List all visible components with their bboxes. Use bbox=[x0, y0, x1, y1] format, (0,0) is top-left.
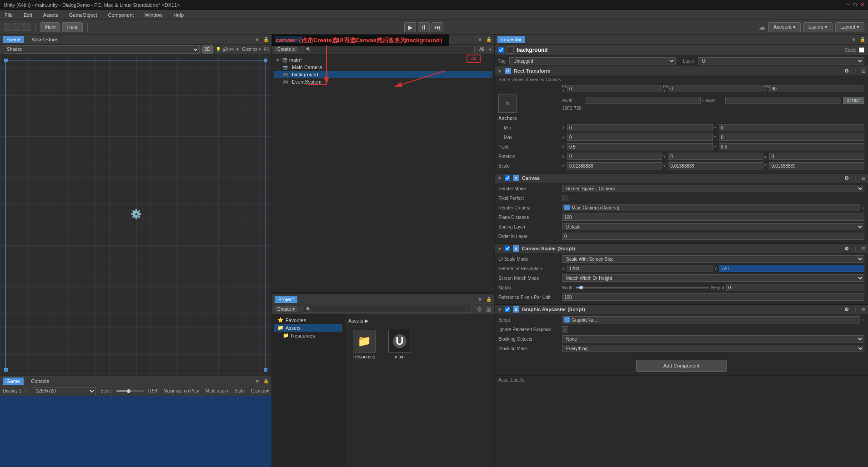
canvas-section-header[interactable]: ▼ C Canvas ⚙ ⋮ ⊟ bbox=[495, 174, 868, 183]
project-view-icon[interactable]: ⊞ bbox=[486, 306, 492, 313]
inspector-lock-icon[interactable]: 🔒 bbox=[860, 37, 865, 42]
close-btn[interactable]: ✕ bbox=[860, 2, 864, 8]
asset-main[interactable]: U main bbox=[384, 330, 416, 359]
folder-favorites[interactable]: ⭐ Favorites bbox=[274, 316, 342, 324]
layer-dropdown[interactable]: UI bbox=[698, 57, 864, 65]
canvas-enable-checkbox[interactable] bbox=[505, 175, 510, 181]
sorting-layer-dropdown[interactable]: Default bbox=[562, 223, 864, 230]
rect-transform-header[interactable]: ▼ ⊡ Rect Transform ⚙ ⋮ ⊟ bbox=[495, 66, 868, 75]
folder-resources[interactable]: 📁 Resources bbox=[274, 332, 342, 339]
hierarchy-collapse-btn[interactable]: ▾ bbox=[478, 36, 482, 43]
ref-res-y-input[interactable] bbox=[719, 265, 864, 272]
project-collapse-btn[interactable]: ▾ bbox=[478, 296, 482, 303]
blocking-objects-dropdown[interactable]: None bbox=[562, 335, 864, 343]
hierarchy-create-btn[interactable]: Create ▾ bbox=[275, 46, 297, 52]
scaler-enable-checkbox[interactable] bbox=[505, 246, 510, 251]
scene-view[interactable]: ⚙️ bbox=[0, 55, 271, 376]
screen-match-mode-dropdown[interactable]: Match Width Or Height bbox=[562, 274, 864, 282]
ui-scale-mode-dropdown[interactable]: Scale With Screen Size bbox=[562, 255, 864, 263]
object-enable-checkbox[interactable] bbox=[498, 47, 504, 53]
hier-item-maincamera[interactable]: 📷 Main Camera bbox=[274, 64, 492, 71]
width-input[interactable] bbox=[585, 97, 701, 104]
shaded-dropdown[interactable]: Shaded bbox=[3, 45, 200, 54]
raycaster-enable-checkbox[interactable] bbox=[505, 307, 510, 312]
static-checkbox[interactable] bbox=[859, 47, 864, 53]
menu-help[interactable]: Help bbox=[171, 11, 186, 19]
pivot-y[interactable] bbox=[719, 143, 865, 150]
pivot-button[interactable]: Pivot bbox=[40, 22, 60, 32]
hierarchy-search-bar[interactable]: 🔍 bbox=[304, 46, 475, 53]
raycaster-gear-icon[interactable]: ⚙ bbox=[844, 307, 849, 313]
scaler-expand-icon[interactable]: ⊟ bbox=[862, 246, 865, 251]
match-slider-handle[interactable] bbox=[579, 286, 583, 289]
rot-y[interactable] bbox=[668, 153, 763, 160]
rect-gear-icon[interactable]: ⚙ bbox=[844, 68, 849, 74]
rect-expand-icon[interactable]: ⊟ bbox=[862, 69, 865, 74]
anchor-widget[interactable]: ⊡ bbox=[498, 94, 517, 113]
tag-dropdown[interactable]: Untagged bbox=[509, 57, 676, 65]
pivot-x[interactable] bbox=[567, 143, 713, 150]
local-button[interactable]: Local bbox=[62, 22, 82, 32]
tab-console[interactable]: Console bbox=[27, 378, 53, 385]
maximize-btn[interactable]: □ bbox=[853, 2, 857, 8]
graphic-raycaster-header[interactable]: ▼ G Graphic Raycaster (Script) ⚙ ⋮ ⊟ bbox=[495, 305, 868, 314]
minimize-btn[interactable]: ─ bbox=[847, 2, 850, 8]
rect-menu-icon[interactable]: ⋮ bbox=[853, 69, 858, 74]
menu-component[interactable]: Component bbox=[105, 11, 136, 19]
plane-distance-input[interactable] bbox=[562, 214, 864, 221]
pixel-perfect-checkbox[interactable] bbox=[562, 195, 568, 201]
script-ref[interactable]: GraphicRa... bbox=[562, 316, 860, 323]
render-camera-ref[interactable]: Main Camera (Camera) bbox=[562, 204, 860, 211]
game-view[interactable] bbox=[0, 396, 271, 467]
anchor-max-x[interactable] bbox=[567, 134, 713, 141]
ref-pixels-input[interactable] bbox=[562, 293, 864, 301]
tab-hierarchy[interactable]: Hierarchy bbox=[275, 36, 303, 43]
hier-item-eventsystem[interactable]: 🎮 EventSystem bbox=[274, 78, 492, 85]
scale-slider-handle[interactable] bbox=[127, 389, 130, 393]
project-create-btn[interactable]: Create ▾ bbox=[275, 306, 297, 312]
scale-slider[interactable] bbox=[116, 390, 144, 392]
raycaster-expand-icon[interactable]: ⊟ bbox=[862, 307, 865, 312]
anchor-max-y[interactable] bbox=[719, 134, 865, 141]
hierarchy-lock-icon[interactable]: 🔒 bbox=[486, 37, 492, 42]
canvas-gear-icon[interactable]: ⚙ bbox=[844, 175, 849, 181]
inspector-collapse-btn[interactable]: ▾ bbox=[852, 36, 855, 43]
tab-inspector[interactable]: Inspector bbox=[497, 36, 525, 43]
height-input[interactable] bbox=[725, 97, 841, 104]
handle-br[interactable] bbox=[264, 368, 267, 372]
menu-file[interactable]: File bbox=[2, 11, 15, 19]
camera-ref-btn[interactable]: ○ bbox=[861, 204, 864, 211]
asset-resources[interactable]: 📁 Resources bbox=[348, 330, 380, 359]
scale-z[interactable] bbox=[769, 162, 864, 169]
raycaster-menu-icon[interactable]: ⋮ bbox=[853, 307, 858, 312]
menu-edit[interactable]: Edit bbox=[21, 11, 35, 19]
canvas-scaler-header[interactable]: ▼ S Canvas Scaler (Script) ⚙ ⋮ ⊟ bbox=[495, 244, 868, 253]
scene-lock-icon[interactable]: 🔒 bbox=[263, 37, 269, 42]
hierarchy-collapse-icon[interactable]: ▾ bbox=[489, 46, 492, 53]
folder-assets[interactable]: 📁 Assets bbox=[274, 324, 342, 332]
menu-gameobject[interactable]: GameObject bbox=[66, 11, 100, 19]
anchor-min-x[interactable] bbox=[567, 124, 713, 131]
menu-assets[interactable]: Assets bbox=[40, 11, 61, 19]
tab-scene[interactable]: Scene bbox=[3, 36, 24, 43]
canvas-expand-icon[interactable]: ⊟ bbox=[862, 176, 865, 181]
anchor-min-y[interactable] bbox=[719, 124, 865, 131]
blocking-mask-dropdown[interactable]: Everything bbox=[562, 345, 864, 352]
mute-audio-btn[interactable]: Mute audio bbox=[206, 388, 228, 393]
rot-x[interactable] bbox=[567, 153, 662, 160]
layers-button[interactable]: Layers ▾ bbox=[803, 22, 833, 32]
match-slider[interactable] bbox=[576, 287, 709, 288]
stats-btn[interactable]: Stats bbox=[234, 388, 245, 393]
gizmos-btn[interactable]: Gizmos ▾ bbox=[242, 47, 261, 52]
account-button[interactable]: Account ▾ bbox=[768, 22, 801, 32]
handle-tr[interactable] bbox=[264, 59, 267, 62]
step-button[interactable]: ⏭ bbox=[431, 22, 443, 32]
2d-button[interactable]: 2D bbox=[202, 45, 213, 54]
handle-bl[interactable] bbox=[4, 368, 8, 372]
resolution-dropdown[interactable]: 1280x720 bbox=[32, 387, 96, 395]
maximize-on-play-btn[interactable]: Maximize on Play bbox=[163, 388, 199, 393]
script-ref-btn[interactable]: ○ bbox=[861, 317, 864, 323]
scaler-gear-icon[interactable]: ⚙ bbox=[844, 246, 849, 252]
scale-y[interactable] bbox=[668, 162, 763, 169]
tab-asset-store[interactable]: Asset Store bbox=[28, 36, 61, 43]
